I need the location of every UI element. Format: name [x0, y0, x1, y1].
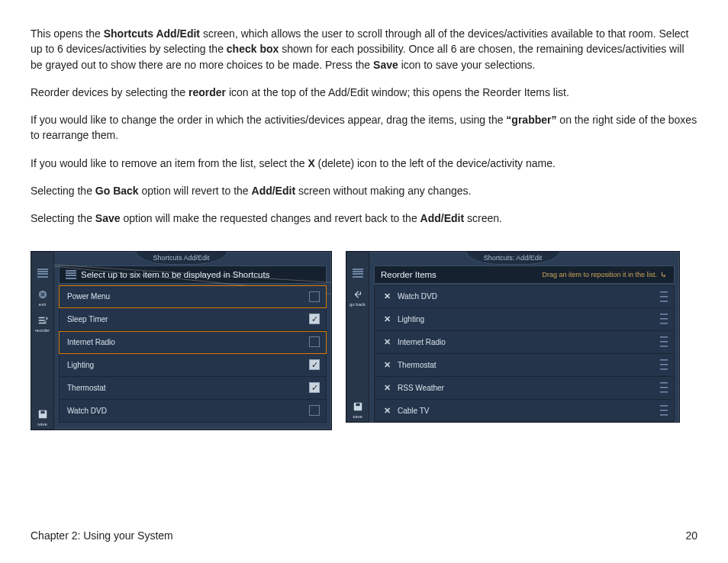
left-header-text: Select up to six item to be displayed in… [81, 270, 269, 279]
shortcut-item[interactable]: Power Menu [59, 285, 327, 308]
paragraph-4: If you would like to remove an item from… [31, 156, 697, 171]
shortcut-item-label: Watch DVD [67, 407, 309, 415]
shortcut-item[interactable]: Lighting✓ [59, 354, 327, 377]
checkbox[interactable] [309, 336, 320, 347]
reorder-item-label: Watch DVD [398, 292, 660, 301]
shortcut-item[interactable]: Thermostat✓ [59, 377, 327, 400]
grabber-icon[interactable] [660, 405, 668, 416]
grabber-icon[interactable] [660, 359, 668, 370]
save-label: save [37, 422, 47, 426]
save-icon [37, 408, 49, 420]
delete-x-icon[interactable]: ✕ [382, 314, 391, 324]
reorder-item[interactable]: ✕Internet Radio [374, 331, 675, 354]
paragraph-1: This opens the Shortcuts Add/Edit screen… [31, 26, 697, 72]
shortcut-item[interactable]: Watch DVD [59, 400, 327, 423]
go-back-label: go back [350, 302, 366, 307]
shortcut-item-label: Thermostat [67, 384, 309, 392]
chapter-label: Chapter 2: Using your System [31, 529, 173, 542]
checkbox[interactable]: ✓ [309, 314, 320, 324]
shortcuts-add-edit-panel: Shortcuts Add/Edit exit [31, 251, 332, 430]
reorder-item[interactable]: ✕Lighting [374, 308, 675, 331]
reorder-items-panel: Shortcuts: Add/Edit go back [346, 251, 680, 423]
paragraph-3: If you would like to change the order in… [31, 112, 697, 143]
sidebar-list-icon[interactable] [352, 264, 364, 284]
checkbox[interactable] [309, 405, 320, 416]
sidebar-list-icon[interactable] [37, 264, 49, 284]
list-icon [66, 270, 76, 279]
checkbox[interactable] [309, 291, 320, 302]
paragraph-5: Selecting the Go Back option will revert… [31, 183, 697, 198]
save-label: save [353, 414, 362, 419]
reorder-item-label: Thermostat [398, 361, 660, 369]
back-arrow-icon [351, 288, 363, 301]
paragraph-6: Selecting the Save option will make the … [31, 211, 697, 226]
delete-x-icon[interactable]: ✕ [382, 291, 391, 301]
left-sidebar: exit reorder save [31, 252, 54, 429]
delete-x-icon[interactable]: ✕ [382, 337, 391, 347]
reorder-item[interactable]: ✕Thermostat [374, 354, 675, 377]
list-icon [352, 267, 364, 279]
paragraph-2: Reorder devices by selecting the reorder… [31, 85, 697, 100]
right-header-row: Reorder Items Drag an item to reposition… [374, 265, 675, 284]
exit-label: exit [39, 302, 46, 307]
grabber-icon[interactable] [660, 336, 668, 347]
save-icon [352, 401, 364, 413]
shortcut-item-label: Internet Radio [67, 338, 309, 346]
reorder-label: reorder [35, 328, 50, 333]
shortcut-item[interactable]: Sleep Timer✓ [59, 308, 327, 331]
right-sidebar: go back save [346, 252, 369, 422]
reorder-button[interactable]: reorder [35, 311, 50, 336]
left-header-row: Select up to six item to be displayed in… [59, 265, 327, 284]
svg-rect-6 [356, 403, 359, 406]
checkbox[interactable]: ✓ [309, 359, 320, 370]
reorder-item-label: Lighting [398, 315, 660, 323]
page-number: 20 [685, 529, 697, 542]
save-button[interactable]: save [37, 405, 49, 429]
svg-rect-2 [40, 410, 44, 413]
delete-x-icon[interactable]: ✕ [382, 406, 391, 416]
exit-button[interactable]: exit [37, 285, 49, 310]
go-back-button[interactable]: go back [350, 285, 366, 310]
reorder-item[interactable]: ✕Cable TV [374, 400, 675, 423]
drag-hint-icon [660, 271, 668, 278]
right-header-text: Reorder Items [381, 270, 436, 279]
reorder-item[interactable]: ✕Watch DVD [374, 285, 675, 308]
grabber-icon[interactable] [660, 291, 668, 302]
shortcut-item[interactable]: Internet Radio [59, 331, 327, 354]
list-icon [37, 267, 49, 279]
reorder-item-label: Internet Radio [398, 338, 660, 346]
reorder-item-label: RSS Weather [398, 384, 660, 392]
grabber-icon[interactable] [660, 382, 668, 393]
reorder-item[interactable]: ✕RSS Weather [374, 377, 675, 400]
drag-hint: Drag an item to reposition it in the lis… [542, 271, 668, 278]
grabber-icon[interactable] [660, 314, 668, 324]
delete-x-icon[interactable]: ✕ [382, 360, 391, 370]
checkbox[interactable]: ✓ [309, 382, 320, 393]
shortcut-item-label: Power Menu [67, 292, 309, 301]
shortcut-item-label: Lighting [67, 361, 309, 369]
reorder-item-label: Cable TV [398, 407, 660, 415]
save-button[interactable]: save [352, 397, 364, 422]
shortcut-item-label: Sleep Timer [67, 315, 309, 323]
reorder-icon [37, 314, 49, 327]
delete-x-icon[interactable]: ✕ [382, 383, 391, 393]
close-circle-icon [37, 288, 49, 301]
